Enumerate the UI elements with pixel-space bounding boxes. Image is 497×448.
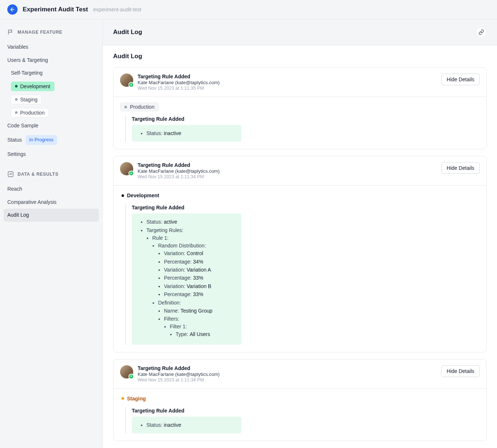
content-subheader: Audit Log: [113, 53, 487, 60]
env-pill-staging: Staging: [120, 394, 150, 403]
entry-title: Targeting Rule Added: [138, 74, 220, 79]
main-title: Audit Log: [113, 29, 142, 36]
data-results-heading: DATA & RESULTS: [7, 171, 95, 178]
nav-audit-log[interactable]: Audit Log: [4, 209, 99, 222]
plus-badge-icon: [128, 171, 134, 176]
detail-card: Status: inactive: [132, 125, 242, 142]
env-dot-icon: [15, 111, 18, 114]
env-dot-icon: [15, 98, 18, 101]
hide-details-button[interactable]: Hide Details: [441, 162, 480, 174]
copy-link-button[interactable]: [476, 27, 487, 38]
audit-entry: Targeting Rule Added Kate MacFarlane (ka…: [113, 156, 487, 352]
audit-entry: Targeting Rule Added Kate MacFarlane (ka…: [113, 359, 487, 441]
page-title: Experiment Audit Test: [23, 6, 88, 13]
nav-reach[interactable]: Reach: [7, 183, 95, 196]
plus-badge-icon: [128, 374, 134, 379]
entry-user: Kate MacFarlane (kate@taplytics.com): [138, 372, 220, 377]
env-chip-development[interactable]: Development: [11, 82, 55, 91]
status-badge: In Progress: [26, 135, 57, 145]
hide-details-button[interactable]: Hide Details: [441, 74, 480, 85]
plus-badge-icon: [128, 82, 134, 87]
env-chip-staging[interactable]: Staging: [11, 95, 41, 104]
back-button[interactable]: [7, 4, 18, 15]
avatar: [120, 365, 133, 378]
env-dot-icon: [122, 194, 124, 197]
detail-title: Targeting Rule Added: [132, 205, 480, 210]
entry-user: Kate MacFarlane (kate@taplytics.com): [138, 80, 220, 85]
chart-icon: [7, 171, 14, 178]
nav-env-wrap: Development Staging Production: [7, 80, 95, 119]
env-chip-production[interactable]: Production: [11, 108, 49, 117]
nav-users-targeting[interactable]: Users & Targeting: [7, 54, 95, 67]
nav-self-targeting[interactable]: Self-Targeting: [7, 67, 95, 80]
entry-time: Wed Nov 15 2023 at 1:11:34 PM: [138, 377, 220, 382]
entry-title: Targeting Rule Added: [138, 162, 220, 168]
nav-status[interactable]: Status In Progress: [7, 132, 95, 148]
detail-card: Status: active Targeting Rules: Rule 1: …: [132, 213, 242, 344]
page-title-wrap: Experiment Audit Test experiment-audit-t…: [23, 6, 141, 13]
env-dot-icon: [15, 85, 18, 87]
detail-title: Targeting Rule Added: [132, 408, 480, 414]
flag-icon: [7, 29, 14, 36]
top-bar: Experiment Audit Test experiment-audit-t…: [0, 0, 497, 19]
entry-title: Targeting Rule Added: [138, 365, 220, 371]
env-pill-development: Development: [120, 191, 164, 200]
nav-variables[interactable]: Variables: [7, 41, 95, 54]
env-pill-production: Production: [120, 102, 159, 112]
nav-code-sample[interactable]: Code Sample: [7, 119, 95, 132]
arrow-left-icon: [10, 7, 15, 12]
page-slug: experiment-audit-test: [93, 7, 141, 12]
audit-entry: Targeting Rule Added Kate MacFarlane (ka…: [113, 67, 487, 149]
env-dot-icon: [122, 397, 124, 400]
link-icon: [478, 29, 484, 35]
detail-card: Status: inactive: [132, 417, 242, 433]
entry-time: Wed Nov 15 2023 at 1:11:34 PM: [138, 174, 220, 179]
hide-details-button[interactable]: Hide Details: [441, 365, 480, 377]
env-dot-icon: [124, 106, 127, 108]
detail-title: Targeting Rule Added: [132, 116, 480, 122]
nav-settings[interactable]: Settings: [7, 148, 95, 161]
avatar: [120, 74, 133, 87]
avatar: [120, 162, 133, 175]
content: Audit Log Targeting Rule Added Kate MacF…: [103, 45, 497, 448]
nav-comparative-analysis[interactable]: Comparative Analysis: [7, 196, 95, 209]
entry-time: Wed Nov 15 2023 at 1:11:35 PM: [138, 86, 220, 91]
entry-user: Kate MacFarlane (kate@taplytics.com): [138, 168, 220, 174]
sidebar: MANAGE FEATURE Variables Users & Targeti…: [0, 19, 102, 448]
manage-feature-heading: MANAGE FEATURE: [7, 29, 95, 36]
main-header: Audit Log: [103, 19, 497, 45]
main: Audit Log Audit Log Targeting Rule Added…: [102, 19, 497, 448]
